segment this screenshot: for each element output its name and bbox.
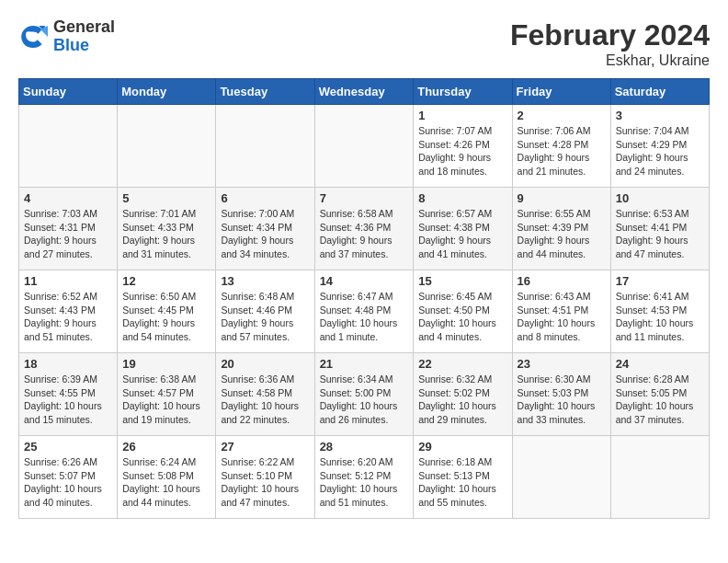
day-info: Sunrise: 7:06 AM Sunset: 4:28 PM Dayligh… <box>518 124 606 178</box>
day-info: Sunrise: 7:00 AM Sunset: 4:34 PM Dayligh… <box>221 207 309 261</box>
weekday-header: Monday <box>118 79 216 105</box>
calendar-cell: 28Sunrise: 6:20 AM Sunset: 5:12 PM Dayli… <box>314 436 414 519</box>
calendar-header-row: SundayMondayTuesdayWednesdayThursdayFrid… <box>19 79 710 105</box>
calendar-cell: 4Sunrise: 7:03 AM Sunset: 4:31 PM Daylig… <box>19 188 118 270</box>
day-number: 1 <box>418 109 506 122</box>
weekday-header: Thursday <box>414 79 512 105</box>
day-number: 17 <box>616 274 704 288</box>
day-info: Sunrise: 6:57 AM Sunset: 4:38 PM Dayligh… <box>418 207 506 261</box>
calendar-week-row: 25Sunrise: 6:26 AM Sunset: 5:07 PM Dayli… <box>19 436 710 519</box>
calendar-cell: 7Sunrise: 6:58 AM Sunset: 4:36 PM Daylig… <box>314 188 414 270</box>
day-number: 8 <box>418 191 506 205</box>
day-info: Sunrise: 6:55 AM Sunset: 4:39 PM Dayligh… <box>518 207 606 261</box>
day-info: Sunrise: 6:43 AM Sunset: 4:51 PM Dayligh… <box>518 290 606 344</box>
calendar-cell: 17Sunrise: 6:41 AM Sunset: 4:53 PM Dayli… <box>610 270 709 353</box>
calendar-cell: 12Sunrise: 6:50 AM Sunset: 4:45 PM Dayli… <box>118 270 216 353</box>
calendar-cell: 29Sunrise: 6:18 AM Sunset: 5:13 PM Dayli… <box>414 436 512 519</box>
day-info: Sunrise: 6:20 AM Sunset: 5:12 PM Dayligh… <box>320 455 409 510</box>
day-info: Sunrise: 6:47 AM Sunset: 4:48 PM Dayligh… <box>320 290 409 344</box>
calendar-week-row: 18Sunrise: 6:39 AM Sunset: 4:55 PM Dayli… <box>19 353 710 436</box>
day-info: Sunrise: 6:39 AM Sunset: 4:55 PM Dayligh… <box>24 373 112 427</box>
calendar-table: SundayMondayTuesdayWednesdayThursdayFrid… <box>18 78 710 519</box>
calendar-cell: 2Sunrise: 7:06 AM Sunset: 4:28 PM Daylig… <box>512 105 610 188</box>
day-number: 29 <box>418 440 506 454</box>
weekday-header: Wednesday <box>314 79 414 105</box>
day-number: 16 <box>518 274 606 288</box>
day-info: Sunrise: 6:30 AM Sunset: 5:03 PM Dayligh… <box>518 373 606 427</box>
day-info: Sunrise: 6:52 AM Sunset: 4:43 PM Dayligh… <box>24 290 112 344</box>
day-info: Sunrise: 6:58 AM Sunset: 4:36 PM Dayligh… <box>320 207 409 261</box>
calendar-cell: 1Sunrise: 7:07 AM Sunset: 4:26 PM Daylig… <box>414 105 512 188</box>
day-info: Sunrise: 6:45 AM Sunset: 4:50 PM Dayligh… <box>418 290 506 344</box>
calendar-cell: 20Sunrise: 6:36 AM Sunset: 4:58 PM Dayli… <box>216 353 314 436</box>
day-number: 25 <box>24 440 112 454</box>
calendar-cell: 11Sunrise: 6:52 AM Sunset: 4:43 PM Dayli… <box>19 270 118 353</box>
calendar-cell: 6Sunrise: 7:00 AM Sunset: 4:34 PM Daylig… <box>216 188 314 270</box>
day-number: 9 <box>518 191 606 205</box>
page-header: General Blue February 2024 Eskhar, Ukrai… <box>18 18 710 69</box>
day-info: Sunrise: 6:18 AM Sunset: 5:13 PM Dayligh… <box>418 455 506 510</box>
day-info: Sunrise: 6:38 AM Sunset: 4:57 PM Dayligh… <box>122 373 210 427</box>
calendar-cell: 8Sunrise: 6:57 AM Sunset: 4:38 PM Daylig… <box>414 188 512 270</box>
calendar-cell: 26Sunrise: 6:24 AM Sunset: 5:08 PM Dayli… <box>118 436 216 519</box>
day-info: Sunrise: 7:01 AM Sunset: 4:33 PM Dayligh… <box>122 207 210 261</box>
calendar-cell: 5Sunrise: 7:01 AM Sunset: 4:33 PM Daylig… <box>118 188 216 270</box>
day-info: Sunrise: 7:07 AM Sunset: 4:26 PM Dayligh… <box>418 124 506 178</box>
day-info: Sunrise: 6:32 AM Sunset: 5:02 PM Dayligh… <box>418 373 506 427</box>
day-info: Sunrise: 6:53 AM Sunset: 4:41 PM Dayligh… <box>616 207 704 261</box>
calendar-cell: 24Sunrise: 6:28 AM Sunset: 5:05 PM Dayli… <box>610 353 709 436</box>
logo-icon <box>18 22 48 52</box>
calendar-cell: 19Sunrise: 6:38 AM Sunset: 4:57 PM Dayli… <box>118 353 216 436</box>
day-number: 3 <box>616 109 704 122</box>
title-block: February 2024 Eskhar, Ukraine <box>510 18 710 69</box>
day-number: 21 <box>320 357 409 371</box>
logo-blue: Blue <box>53 36 89 54</box>
day-info: Sunrise: 7:04 AM Sunset: 4:29 PM Dayligh… <box>616 124 704 178</box>
day-number: 23 <box>518 357 606 371</box>
logo-text: General Blue <box>53 18 115 55</box>
day-number: 13 <box>221 274 309 288</box>
weekday-header: Saturday <box>610 79 709 105</box>
calendar-cell <box>314 105 414 188</box>
day-number: 12 <box>122 274 210 288</box>
day-info: Sunrise: 6:50 AM Sunset: 4:45 PM Dayligh… <box>122 290 210 344</box>
calendar-cell: 3Sunrise: 7:04 AM Sunset: 4:29 PM Daylig… <box>610 105 709 188</box>
logo-general: General <box>53 17 115 36</box>
calendar-cell: 16Sunrise: 6:43 AM Sunset: 4:51 PM Dayli… <box>512 270 610 353</box>
calendar-subtitle: Eskhar, Ukraine <box>510 52 710 69</box>
day-info: Sunrise: 6:36 AM Sunset: 4:58 PM Dayligh… <box>221 373 309 427</box>
day-info: Sunrise: 6:28 AM Sunset: 5:05 PM Dayligh… <box>616 373 704 427</box>
day-number: 26 <box>122 440 210 454</box>
day-info: Sunrise: 6:22 AM Sunset: 5:10 PM Dayligh… <box>221 455 309 510</box>
day-info: Sunrise: 6:34 AM Sunset: 5:00 PM Dayligh… <box>320 373 409 427</box>
day-number: 10 <box>616 191 704 205</box>
calendar-cell: 15Sunrise: 6:45 AM Sunset: 4:50 PM Dayli… <box>414 270 512 353</box>
calendar-cell: 22Sunrise: 6:32 AM Sunset: 5:02 PM Dayli… <box>414 353 512 436</box>
calendar-cell: 10Sunrise: 6:53 AM Sunset: 4:41 PM Dayli… <box>610 188 709 270</box>
calendar-cell: 14Sunrise: 6:47 AM Sunset: 4:48 PM Dayli… <box>314 270 414 353</box>
day-number: 20 <box>221 357 309 371</box>
day-number: 24 <box>616 357 704 371</box>
day-info: Sunrise: 6:24 AM Sunset: 5:08 PM Dayligh… <box>122 455 210 510</box>
calendar-cell <box>118 105 216 188</box>
calendar-cell <box>512 436 610 519</box>
calendar-cell: 13Sunrise: 6:48 AM Sunset: 4:46 PM Dayli… <box>216 270 314 353</box>
day-number: 19 <box>122 357 210 371</box>
day-number: 28 <box>320 440 409 454</box>
calendar-cell: 21Sunrise: 6:34 AM Sunset: 5:00 PM Dayli… <box>314 353 414 436</box>
calendar-cell: 25Sunrise: 6:26 AM Sunset: 5:07 PM Dayli… <box>19 436 118 519</box>
calendar-cell: 18Sunrise: 6:39 AM Sunset: 4:55 PM Dayli… <box>19 353 118 436</box>
logo: General Blue <box>18 18 115 55</box>
day-number: 18 <box>24 357 112 371</box>
day-info: Sunrise: 6:26 AM Sunset: 5:07 PM Dayligh… <box>24 455 112 510</box>
day-number: 27 <box>221 440 309 454</box>
calendar-week-row: 1Sunrise: 7:07 AM Sunset: 4:26 PM Daylig… <box>19 105 710 188</box>
day-info: Sunrise: 7:03 AM Sunset: 4:31 PM Dayligh… <box>24 207 112 261</box>
calendar-cell <box>216 105 314 188</box>
day-number: 6 <box>221 191 309 205</box>
weekday-header: Friday <box>512 79 610 105</box>
calendar-title: February 2024 <box>510 18 710 52</box>
day-number: 14 <box>320 274 409 288</box>
calendar-week-row: 11Sunrise: 6:52 AM Sunset: 4:43 PM Dayli… <box>19 270 710 353</box>
calendar-cell <box>19 105 118 188</box>
